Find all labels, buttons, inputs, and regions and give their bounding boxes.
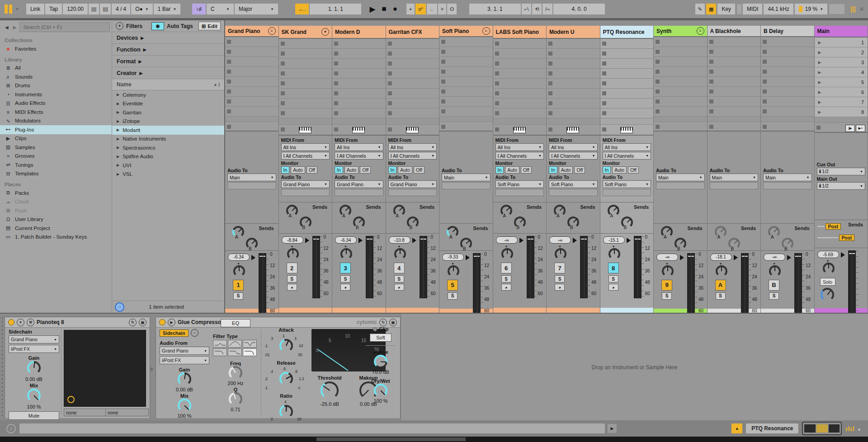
output-channel-box[interactable] bbox=[335, 189, 383, 196]
clip-stop-icon[interactable] bbox=[388, 81, 392, 85]
cpu-meter[interactable]: 19 %▼ bbox=[795, 4, 827, 14]
unfold-device-icon[interactable]: ▶ bbox=[168, 319, 175, 326]
track-activator[interactable]: 5 bbox=[447, 280, 458, 291]
clip-slot[interactable] bbox=[493, 39, 547, 49]
clip-stop-icon[interactable] bbox=[281, 91, 285, 95]
hot-swap-icon[interactable]: ⚒ bbox=[27, 319, 34, 326]
clip-stop-icon[interactable] bbox=[602, 71, 606, 75]
sidebar-item-user-library[interactable]: Ω User Library bbox=[0, 215, 112, 224]
arm-button[interactable]: ◕ bbox=[501, 284, 511, 291]
clip-stop-icon[interactable] bbox=[227, 50, 231, 54]
midi-channel-menu[interactable]: ⁞All Channels▼ bbox=[495, 152, 544, 160]
performance-meters-icon[interactable]: ılıl ▼ bbox=[845, 425, 862, 433]
cue-out-menu[interactable]: ii1/2▼ bbox=[817, 168, 866, 175]
send-b-knob[interactable] bbox=[675, 238, 686, 249]
clip-stop-icon[interactable] bbox=[656, 89, 660, 94]
clip-stop-icon[interactable] bbox=[388, 111, 392, 115]
session-view-toggle-icon[interactable]: ||| bbox=[850, 5, 856, 13]
clip-stop-icon[interactable] bbox=[548, 91, 552, 95]
solo-button[interactable]: S bbox=[555, 275, 565, 282]
send-b-knob[interactable] bbox=[460, 238, 472, 249]
clip-slot[interactable] bbox=[279, 39, 332, 49]
volume-field[interactable]: -8.84 bbox=[282, 236, 303, 244]
clip-stop-icon[interactable] bbox=[709, 60, 713, 64]
clip-slot[interactable] bbox=[279, 49, 332, 59]
soft-clip-toggle[interactable]: Soft bbox=[370, 334, 392, 342]
track-activator[interactable]: 9 bbox=[661, 280, 672, 291]
sidechain-tap-menu[interactable]: iiPost FX▼ bbox=[9, 345, 59, 353]
volume-field[interactable]: -∞ bbox=[764, 254, 785, 261]
send-a-knob[interactable] bbox=[608, 205, 619, 216]
solo-button[interactable]: Solo bbox=[820, 278, 835, 286]
track-header-1[interactable]: SK Grand ▼ bbox=[279, 26, 332, 39]
disclosure-icon[interactable]: ▶ bbox=[117, 172, 119, 176]
vendor-row-vsl[interactable]: ▶ VSL bbox=[112, 170, 224, 179]
loop-switch-icon[interactable]: ⟲ bbox=[532, 4, 542, 14]
midi-channel-menu[interactable]: ⁞All Channels▼ bbox=[549, 152, 598, 160]
info-view-icon[interactable]: i bbox=[6, 424, 16, 433]
scale-menu[interactable]: Major▼ bbox=[235, 4, 278, 14]
clip-slot[interactable] bbox=[439, 77, 493, 87]
track-activator[interactable]: B bbox=[769, 280, 779, 291]
clip-stop-icon[interactable] bbox=[709, 99, 713, 103]
clip-slot[interactable] bbox=[547, 69, 600, 79]
track-header-7[interactable]: PTQ Resonance bbox=[600, 26, 654, 39]
solo-button[interactable]: S bbox=[394, 275, 404, 282]
volume-field[interactable]: -10.8 bbox=[389, 236, 410, 244]
scene-row-3[interactable]: ▶3 bbox=[815, 57, 868, 67]
range-knob[interactable] bbox=[374, 355, 387, 368]
fold-device-icon[interactable]: ▼ bbox=[17, 319, 24, 326]
output-channel-box[interactable] bbox=[710, 182, 759, 189]
clip-stop-icon[interactable] bbox=[334, 61, 338, 66]
tap-tempo-button[interactable]: Tap bbox=[45, 4, 62, 14]
clip-slot[interactable] bbox=[279, 79, 332, 89]
send-a-knob[interactable] bbox=[554, 205, 566, 216]
follow-button-icon[interactable]: →‥ bbox=[295, 4, 309, 14]
clip-slot[interactable] bbox=[761, 107, 814, 117]
key-root-menu[interactable]: C▼ bbox=[207, 4, 234, 14]
clip-slot[interactable] bbox=[761, 77, 814, 87]
attack-knob[interactable]: .01.1.3131030 bbox=[264, 334, 308, 359]
clip-slot[interactable] bbox=[761, 37, 814, 47]
output-meter[interactable] bbox=[473, 253, 481, 315]
clip-slot[interactable] bbox=[547, 89, 600, 99]
send-b-knob[interactable] bbox=[567, 216, 579, 228]
clip-stop-icon[interactable] bbox=[334, 91, 338, 95]
clip-stop-icon[interactable] bbox=[495, 111, 499, 115]
midi-channel-menu[interactable]: ⁞All Channels▼ bbox=[603, 152, 651, 160]
clip-stop-icon[interactable] bbox=[763, 99, 767, 103]
clip-slot[interactable] bbox=[439, 57, 493, 67]
clip-stop-icon[interactable] bbox=[227, 99, 231, 103]
filter-type-lowshelf-icon[interactable] bbox=[213, 348, 227, 356]
disclosure-icon[interactable]: ▶ bbox=[117, 163, 119, 167]
clip-slot[interactable] bbox=[225, 77, 278, 87]
filter-type-highshelf-icon[interactable] bbox=[228, 348, 242, 356]
midi-from-menu[interactable]: All Ins▼ bbox=[495, 143, 544, 151]
clip-slot[interactable] bbox=[225, 37, 278, 47]
volume-field[interactable]: -6.34 bbox=[335, 236, 357, 244]
release-knob[interactable]: .1.2.4.6.81.2A bbox=[264, 367, 308, 392]
clip-slot[interactable] bbox=[547, 99, 600, 108]
clip-slot[interactable] bbox=[600, 69, 654, 79]
midi-from-menu[interactable]: All Ins▼ bbox=[335, 143, 383, 151]
scene-play-icon[interactable]: ▶ bbox=[818, 100, 821, 104]
sidechain-source-menu[interactable]: Grand Piano▼ bbox=[160, 347, 209, 355]
clip-stop-icon[interactable] bbox=[334, 71, 338, 75]
clip-stop-icon[interactable] bbox=[656, 125, 660, 129]
track-header-6[interactable]: Modern U bbox=[547, 26, 600, 39]
clip-slot[interactable] bbox=[600, 99, 654, 108]
disclosure-icon[interactable]: ▶ bbox=[117, 128, 119, 132]
sidechain-mix-knob[interactable] bbox=[178, 399, 191, 412]
pan-knob[interactable] bbox=[609, 248, 620, 260]
group-unfold-icon[interactable]: ≡ bbox=[482, 27, 490, 35]
audio-to-menu[interactable]: Soft Piano▼ bbox=[549, 180, 598, 188]
clip-stop-icon[interactable] bbox=[709, 125, 713, 129]
sort-ascending-icon[interactable]: ▲ | bbox=[213, 82, 220, 87]
clip-stop-icon[interactable] bbox=[334, 111, 338, 115]
sidebar-item-grooves[interactable]: ≈ Grooves bbox=[0, 152, 112, 161]
sidebar-item-favorites[interactable]: ■ Favorites bbox=[0, 44, 112, 53]
clip-slot[interactable] bbox=[547, 59, 600, 69]
solo-button[interactable]: S bbox=[287, 275, 297, 282]
monitor-auto-button[interactable]: Auto bbox=[291, 166, 305, 174]
vendor-row-native-instruments[interactable]: ▶ Native Instruments bbox=[112, 135, 224, 144]
